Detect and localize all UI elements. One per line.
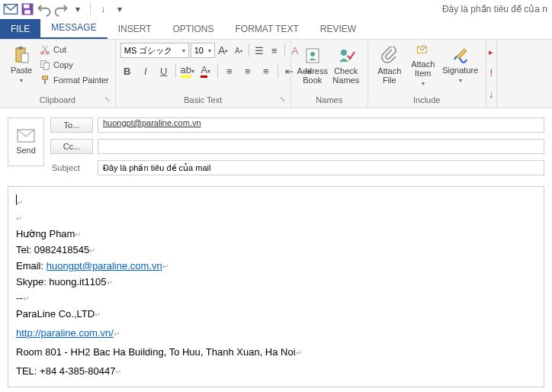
- grow-font-icon[interactable]: A▴: [217, 43, 230, 57]
- dialog-launcher-icon[interactable]: ⤡: [280, 95, 286, 103]
- tab-review[interactable]: REVIEW: [310, 19, 367, 39]
- dialog-launcher-icon[interactable]: ⤡: [104, 95, 111, 103]
- font-name-combo[interactable]: MS ゴシック▾: [120, 43, 189, 58]
- bold-icon[interactable]: B: [120, 64, 134, 78]
- format-painter-button[interactable]: Format Painter: [38, 73, 111, 87]
- tab-message[interactable]: MESSAGE: [40, 18, 107, 39]
- cut-icon: [40, 44, 50, 55]
- subject-label: Subject: [50, 163, 93, 172]
- svg-rect-3: [24, 10, 30, 14]
- signature-icon: [451, 46, 470, 64]
- group-label-clipboard: Clipboard⤡: [5, 94, 111, 104]
- bullets-icon[interactable]: ☰: [252, 43, 266, 57]
- italic-icon[interactable]: I: [139, 64, 152, 78]
- group-clipboard: Paste ▾ Cut Copy Format Painter Clipboar…: [0, 40, 116, 108]
- to-button[interactable]: To...: [50, 117, 93, 133]
- cut-button[interactable]: Cut: [38, 43, 111, 56]
- svg-rect-10: [43, 63, 49, 69]
- address-book-button[interactable]: Address Book: [296, 43, 329, 88]
- tab-format-text[interactable]: FORMAT TEXT: [225, 19, 310, 39]
- svg-rect-6: [21, 53, 28, 63]
- copy-icon: [40, 59, 50, 70]
- app-icon: [3, 2, 18, 17]
- flag-icon[interactable]: ▸: [489, 47, 493, 57]
- address-book-icon: [303, 47, 322, 65]
- window-title: Đây là phần tiêu đề của n: [442, 4, 549, 14]
- align-left-icon[interactable]: ≡: [223, 64, 236, 78]
- font-size-combo[interactable]: 10▾: [191, 43, 215, 58]
- importance-high-icon[interactable]: !: [489, 67, 493, 79]
- group-label-include: Include: [373, 94, 481, 104]
- paste-icon: [12, 46, 30, 64]
- chevron-down-icon[interactable]: ▾: [112, 2, 127, 17]
- svg-point-8: [47, 52, 50, 55]
- undo-icon[interactable]: [37, 2, 52, 17]
- underline-icon[interactable]: U: [157, 64, 171, 78]
- align-center-icon[interactable]: ≡: [241, 64, 255, 78]
- svg-rect-5: [18, 47, 23, 50]
- cc-button[interactable]: Cc...: [50, 139, 93, 154]
- group-more: ▸ ! ↓: [486, 40, 497, 108]
- svg-rect-2: [24, 4, 30, 8]
- check-names-button[interactable]: Check Names: [329, 43, 363, 88]
- group-label-names: Names: [296, 94, 363, 104]
- tab-insert[interactable]: INSERT: [108, 19, 162, 39]
- compose-header: Send To... huongpt@paraline.com.vn Cc...…: [0, 108, 552, 178]
- signature-button[interactable]: Signature▾: [440, 43, 481, 88]
- title-bar: ▾ ↓ ▾ Đây là phần tiêu đề của n: [0, 0, 552, 18]
- attach-file-button[interactable]: Attach File: [373, 43, 406, 88]
- signature-url-link[interactable]: http://paraline.com.vn/: [16, 327, 114, 339]
- send-button[interactable]: Send: [8, 117, 44, 166]
- align-right-icon[interactable]: ≡: [259, 64, 273, 78]
- svg-rect-11: [43, 76, 48, 79]
- font-color-icon[interactable]: A▾: [199, 64, 213, 78]
- tab-file[interactable]: FILE: [0, 19, 40, 39]
- svg-rect-12: [44, 79, 46, 84]
- svg-point-14: [310, 52, 315, 56]
- highlight-icon[interactable]: ab▾: [181, 64, 194, 78]
- svg-point-7: [41, 52, 44, 55]
- importance-low-icon[interactable]: ↓: [489, 88, 494, 100]
- ribbon: Paste ▾ Cut Copy Format Painter Clipboar…: [0, 40, 552, 108]
- save-icon[interactable]: [20, 2, 35, 17]
- cc-field[interactable]: [98, 139, 544, 154]
- svg-point-15: [341, 50, 347, 56]
- numbering-icon[interactable]: ≡: [268, 43, 281, 57]
- attach-item-button[interactable]: Attach Item▾: [406, 43, 440, 88]
- separator: [90, 3, 91, 15]
- paperclip-icon: [380, 47, 399, 65]
- group-include: Attach File Attach Item▾ Signature▾ Incl…: [368, 40, 486, 108]
- shrink-font-icon[interactable]: A▾: [232, 43, 246, 57]
- quick-access-toolbar: ▾ ↓ ▾: [3, 2, 127, 17]
- group-basic-text: MS ゴシック▾ 10▾ A▴ A▾ ☰ ≡ A B I U ab▾ A▾ ≡ …: [116, 40, 291, 108]
- group-names: Address Book Check Names Names: [291, 40, 368, 108]
- ribbon-tabs: FILE MESSAGE INSERT OPTIONS FORMAT TEXT …: [0, 18, 552, 40]
- chevron-down-icon[interactable]: ▾: [70, 2, 85, 17]
- group-label-basic-text: Basic Text⤡: [120, 94, 286, 104]
- message-body[interactable]: ↵ ↵ Hường Pham↵ Tel: 0982418545↵ Email: …: [8, 186, 544, 387]
- send-icon: [17, 129, 35, 143]
- down-arrow-icon[interactable]: ↓: [95, 2, 111, 17]
- redo-icon[interactable]: [53, 2, 69, 17]
- attach-item-icon: [414, 43, 432, 58]
- to-field[interactable]: huongpt@paraline.com.vn: [98, 117, 544, 133]
- brush-icon: [40, 75, 50, 85]
- signature-email-link[interactable]: huongpt@paraline.com.vn: [47, 260, 162, 272]
- copy-button[interactable]: Copy: [38, 58, 111, 72]
- paste-button[interactable]: Paste ▾: [5, 43, 38, 88]
- tab-options[interactable]: OPTIONS: [162, 19, 225, 39]
- subject-field[interactable]: [98, 160, 544, 175]
- check-names-icon: [337, 47, 355, 65]
